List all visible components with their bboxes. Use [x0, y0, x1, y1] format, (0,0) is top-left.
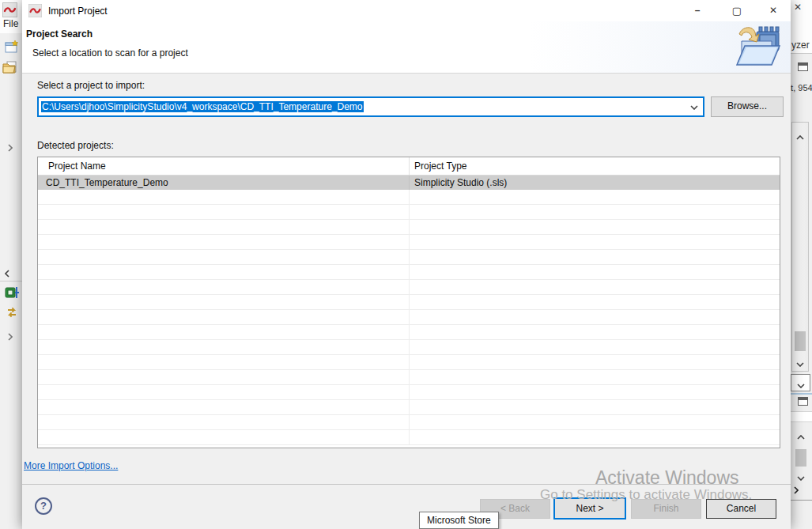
empty-cell [38, 220, 410, 234]
table-row-empty [38, 235, 780, 250]
collapse-panel-icon[interactable] [3, 267, 11, 278]
panel-row-fragment [791, 411, 812, 422]
empty-cell [38, 190, 410, 204]
table-row-empty [38, 400, 780, 415]
maximize-view-icon[interactable] [798, 397, 808, 406]
project-path-value[interactable]: C:\Users\djhoo\SimplicityStudio\v4_works… [39, 101, 685, 112]
column-header-project-type[interactable]: Project Type [410, 157, 780, 175]
table-header: Project Name Project Type [38, 157, 780, 176]
vertical-scrollbar[interactable] [791, 122, 809, 372]
table-row-selected[interactable]: CD_TTI_Temperature_Demo Simplicity Studi… [38, 176, 780, 190]
browse-button[interactable]: Browse... [711, 96, 784, 117]
background-ide-right: ✕ yzer ut, 954 [791, 0, 812, 529]
wizard-header: Project Search Select a location to scan… [22, 21, 791, 74]
empty-cell [38, 325, 410, 339]
table-row-empty [38, 250, 780, 265]
divider [791, 393, 812, 395]
dialog-titlebar[interactable]: Import Project – ▢ ✕ [22, 0, 791, 21]
project-path-combobox[interactable]: C:\Users\djhoo\SimplicityStudio\v4_works… [37, 96, 704, 117]
taskbar-tooltip: Microsoft Store [419, 512, 499, 529]
empty-cell [38, 340, 410, 354]
empty-cell [38, 310, 410, 324]
table-row-empty [38, 325, 780, 340]
column-header-project-name[interactable]: Project Name [38, 157, 410, 175]
empty-cell [38, 250, 410, 264]
empty-cell [38, 385, 410, 399]
empty-cell [38, 370, 410, 384]
empty-cell [38, 235, 410, 249]
scrollbar-thumb[interactable] [795, 449, 806, 467]
more-import-options-link[interactable]: More Import Options... [24, 460, 118, 471]
detected-projects-table: Project Name Project Type CD_TTI_Tempera… [37, 157, 780, 448]
scroll-down-icon[interactable] [797, 472, 805, 483]
page-subtitle: Select a location to scan for a project [32, 47, 188, 59]
empty-cell [38, 415, 410, 429]
table-row-empty [38, 430, 780, 445]
project-name-cell: CD_TTI_Temperature_Demo [38, 176, 410, 190]
table-row-empty [38, 370, 780, 385]
minimize-button[interactable]: – [685, 2, 710, 20]
empty-cell [38, 295, 410, 309]
scrollbar-thumb[interactable] [795, 331, 806, 351]
empty-cell [38, 280, 410, 294]
empty-cell [38, 400, 410, 414]
activate-windows-watermark-sub: Go to Settings to activate Windows. [540, 487, 752, 503]
table-row-empty [38, 220, 780, 235]
maximize-view-icon[interactable] [798, 62, 808, 71]
table-row-empty [38, 415, 780, 430]
table-row-empty [38, 310, 780, 325]
import-folder-icon [735, 24, 784, 71]
help-button[interactable]: ? [35, 497, 52, 515]
empty-cell [38, 355, 410, 369]
table-empty-area [38, 190, 780, 445]
activate-windows-watermark: Activate Windows [595, 467, 739, 489]
sync-arrows-icon[interactable] [6, 306, 18, 321]
table-row-empty [38, 355, 780, 370]
tab-label-partial[interactable]: yzer [791, 40, 810, 51]
simplicity-studio-logo-icon [2, 2, 17, 17]
close-button[interactable]: ✕ [761, 2, 786, 20]
import-project-dialog: Import Project – ▢ ✕ Project Search Sele… [22, 0, 791, 529]
table-row-empty [38, 265, 780, 280]
open-folder-icon[interactable] [2, 60, 18, 77]
dropdown-button[interactable] [791, 374, 810, 391]
table-row-empty [38, 385, 780, 400]
scroll-up-icon[interactable] [796, 131, 804, 142]
table-row-empty [38, 280, 780, 295]
divider [0, 281, 22, 282]
table-row-empty [38, 295, 780, 310]
device-chip-icon[interactable] [5, 285, 20, 302]
project-type-cell: Simplicity Studio (.sls) [410, 176, 780, 190]
table-row-empty [38, 190, 780, 205]
expand-panel-icon[interactable] [792, 484, 800, 495]
table-row-empty [38, 340, 780, 355]
empty-cell [38, 265, 410, 279]
empty-cell [38, 205, 410, 219]
expand-panel-icon[interactable] [6, 331, 14, 342]
import-path-label: Select a project to import: [37, 80, 145, 91]
table-row-empty [38, 205, 780, 220]
dialog-title: Import Project [48, 6, 108, 17]
detected-projects-label: Detected projects: [37, 140, 114, 151]
tab-close-icon[interactable]: ✕ [794, 2, 802, 13]
maximize-button[interactable]: ▢ [724, 2, 750, 20]
page-title: Project Search [26, 28, 93, 40]
menu-file[interactable]: File [3, 18, 18, 29]
chevron-down-icon[interactable] [685, 101, 703, 112]
background-ide-left: File [0, 0, 22, 529]
scroll-up-icon[interactable] [797, 431, 805, 442]
simplicity-studio-icon [28, 4, 42, 20]
empty-cell [38, 430, 410, 444]
scroll-down-icon[interactable] [796, 358, 804, 369]
divider [791, 500, 812, 501]
expand-toolbar-icon[interactable] [6, 142, 14, 153]
new-project-icon[interactable] [5, 40, 19, 56]
